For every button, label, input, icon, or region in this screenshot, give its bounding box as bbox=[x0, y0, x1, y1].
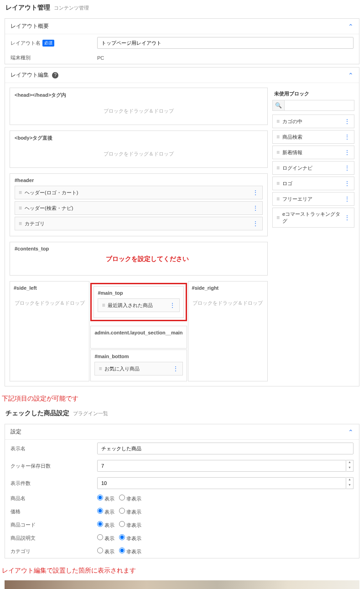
radio-show[interactable]: 表示 bbox=[97, 522, 114, 528]
more-icon[interactable]: ⋮ bbox=[252, 189, 259, 196]
panel-layout-edit: レイアウト編集 ? ⌃ <head></head>タグ内 ブロックをドラッグ＆ド… bbox=[5, 67, 359, 386]
radio-show[interactable]: 表示 bbox=[97, 509, 114, 515]
page-header-layout: レイアウト管理 コンテンツ管理 bbox=[0, 0, 364, 16]
drag-icon[interactable]: ≡ bbox=[276, 180, 280, 187]
more-icon[interactable]: ⋮ bbox=[344, 180, 350, 187]
section-head-tag[interactable]: <head></head>タグ内 ブロックをドラッグ＆ドロップ bbox=[10, 88, 268, 125]
section-body-tag[interactable]: <body>タグ直後 ブロックをドラッグ＆ドロップ bbox=[10, 130, 268, 168]
callout-text: ブロックを設定してください bbox=[15, 254, 263, 266]
drag-icon[interactable]: ≡ bbox=[19, 220, 22, 227]
section-title: #header bbox=[15, 177, 263, 183]
field-label: カテゴリ bbox=[10, 548, 31, 555]
cookie-days-input[interactable] bbox=[97, 460, 346, 472]
row-cookie-days: クッキー保存日数 ▲▼ bbox=[5, 457, 359, 474]
breadcrumb: コンテンツ管理 bbox=[54, 5, 89, 11]
block-label: ヘッダー(検索・ナビ) bbox=[25, 205, 73, 212]
block-item[interactable]: ≡フリーエリア⋮ bbox=[272, 192, 354, 206]
section-side-left[interactable]: #side_left ブロックをドラッグ＆ドロップ bbox=[10, 281, 89, 381]
block-item[interactable]: ≡カゴの中⋮ bbox=[272, 115, 354, 128]
section-contents-top[interactable]: #contents_top ブロックを設定してください bbox=[10, 242, 268, 276]
device-value: PC bbox=[97, 55, 104, 61]
drag-icon[interactable]: ≡ bbox=[102, 302, 105, 308]
display-count-input[interactable] bbox=[97, 477, 346, 489]
section-side-right[interactable]: #side_right ブロックをドラッグ＆ドロップ bbox=[188, 281, 268, 381]
section-header[interactable]: #header ≡ヘッダー(ロゴ・カート)⋮≡ヘッダー(検索・ナビ)⋮≡カテゴリ… bbox=[10, 173, 268, 236]
radio-hide[interactable]: 非表示 bbox=[119, 496, 141, 501]
more-icon[interactable]: ⋮ bbox=[344, 149, 350, 156]
block-label: 新着情報 bbox=[282, 149, 302, 156]
panel-header[interactable]: レイアウト編集 ? ⌃ bbox=[5, 68, 359, 83]
block-item[interactable]: ≡お気に入り商品 ⋮ bbox=[94, 362, 182, 375]
chevron-up-icon[interactable]: ⌃ bbox=[348, 72, 354, 79]
drag-icon[interactable]: ≡ bbox=[19, 189, 22, 196]
more-icon[interactable]: ⋮ bbox=[344, 133, 350, 141]
block-item[interactable]: ≡新着情報⋮ bbox=[272, 146, 354, 159]
more-icon[interactable]: ⋮ bbox=[169, 302, 176, 309]
drag-icon[interactable]: ≡ bbox=[276, 134, 280, 140]
block-label: 商品検索 bbox=[282, 134, 302, 141]
radio-show[interactable]: 表示 bbox=[97, 496, 114, 501]
drag-icon[interactable]: ≡ bbox=[19, 205, 22, 211]
block-item[interactable]: ≡最近購入された商品 ⋮ bbox=[98, 298, 179, 312]
page-header-plugin: チェックした商品設定 プラグイン一覧 bbox=[0, 406, 364, 421]
radio-hide[interactable]: 非表示 bbox=[119, 522, 141, 528]
note-displayed-at: レイアウト編集で設置した箇所に表示されます bbox=[0, 561, 364, 578]
more-icon[interactable]: ⋮ bbox=[344, 164, 350, 172]
layout-name-input[interactable] bbox=[97, 37, 354, 49]
block-item[interactable]: ≡ヘッダー(ロゴ・カート)⋮ bbox=[15, 186, 263, 199]
drag-icon[interactable]: ≡ bbox=[276, 165, 280, 171]
drag-icon[interactable]: ≡ bbox=[276, 214, 280, 221]
radio-hide[interactable]: 非表示 bbox=[119, 509, 141, 515]
row-layout-name: レイアウト名 必須 bbox=[5, 34, 359, 52]
section-title: <body>タグ直後 bbox=[15, 135, 263, 141]
panel-title: 設定 bbox=[10, 428, 21, 436]
panel-title: レイアウト編集 bbox=[10, 72, 49, 78]
search-input[interactable] bbox=[285, 100, 354, 110]
more-icon[interactable]: ⋮ bbox=[344, 214, 350, 221]
block-label: お気に入り商品 bbox=[104, 365, 140, 372]
panel-header[interactable]: 設定 ⌃ bbox=[5, 424, 359, 440]
more-icon[interactable]: ⋮ bbox=[344, 118, 350, 125]
radio-show[interactable]: 表示 bbox=[97, 549, 114, 554]
section-title: #main_top bbox=[98, 290, 179, 296]
drag-icon[interactable]: ≡ bbox=[276, 118, 280, 125]
section-title: #side_right bbox=[192, 285, 264, 291]
section-main-top[interactable]: #main_top ≡最近購入された商品 ⋮ bbox=[94, 286, 183, 318]
chevron-up-icon[interactable]: ⌃ bbox=[348, 23, 354, 30]
drag-icon[interactable]: ≡ bbox=[99, 365, 102, 372]
help-icon[interactable]: ? bbox=[52, 72, 58, 78]
display-name-input[interactable] bbox=[97, 443, 354, 454]
search-icon[interactable]: 🔍 bbox=[273, 100, 285, 110]
field-label: クッキー保存日数 bbox=[10, 463, 51, 469]
section-main-bottom[interactable]: #main_bottom ≡お気に入り商品 ⋮ bbox=[90, 349, 187, 381]
radio-show[interactable]: 表示 bbox=[97, 536, 114, 541]
drop-hint: ブロックをドラッグ＆ドロップ bbox=[192, 293, 264, 313]
field-label: 端末種別 bbox=[10, 54, 31, 61]
more-icon[interactable]: ⋮ bbox=[252, 220, 259, 227]
drag-icon[interactable]: ≡ bbox=[276, 149, 280, 156]
highlight-box: #main_top ≡最近購入された商品 ⋮ bbox=[90, 283, 187, 321]
drop-hint: ブロックをドラッグ＆ドロップ bbox=[14, 293, 85, 313]
number-spinner[interactable]: ▲▼ bbox=[346, 460, 354, 472]
chevron-up-icon[interactable]: ⌃ bbox=[348, 428, 354, 436]
row-display-count: 表示件数 ▲▼ bbox=[5, 474, 359, 492]
block-item[interactable]: ≡eコマーストラッキングタグ⋮ bbox=[272, 208, 354, 228]
block-item[interactable]: ≡ロゴ⋮ bbox=[272, 177, 354, 190]
required-badge: 必須 bbox=[42, 40, 54, 47]
drag-icon[interactable]: ≡ bbox=[276, 196, 280, 202]
field-label: 商品名 bbox=[10, 495, 26, 502]
number-spinner[interactable]: ▲▼ bbox=[346, 477, 354, 489]
more-icon[interactable]: ⋮ bbox=[252, 204, 259, 212]
panel-header[interactable]: レイアウト概要 ⌃ bbox=[5, 19, 359, 34]
radio-hide[interactable]: 非表示 bbox=[119, 549, 141, 554]
section-main[interactable]: admin.content.layout_section__main bbox=[90, 326, 187, 349]
row-価格: 価格 表示 非表示 bbox=[5, 505, 359, 518]
block-item[interactable]: ≡ヘッダー(検索・ナビ)⋮ bbox=[15, 201, 263, 215]
radio-hide[interactable]: 非表示 bbox=[119, 536, 141, 541]
row-カテゴリ: カテゴリ 表示 非表示 bbox=[5, 545, 359, 558]
more-icon[interactable]: ⋮ bbox=[344, 195, 350, 203]
more-icon[interactable]: ⋮ bbox=[172, 365, 179, 372]
block-item[interactable]: ≡ログインナビ⋮ bbox=[272, 161, 354, 175]
block-item[interactable]: ≡カテゴリ⋮ bbox=[15, 217, 263, 230]
block-item[interactable]: ≡商品検索⋮ bbox=[272, 130, 354, 144]
